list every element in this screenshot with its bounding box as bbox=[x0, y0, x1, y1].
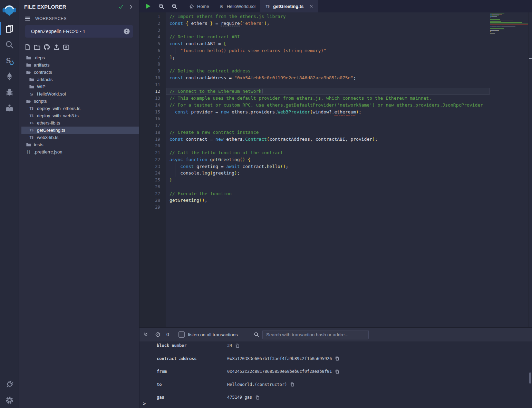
text-cursor bbox=[262, 89, 262, 93]
activity-deploy-and-run-icon[interactable] bbox=[0, 68, 19, 84]
code-line-11[interactable]: 11 bbox=[139, 81, 490, 88]
remix-logoremix-logo-icon[interactable] bbox=[0, 0, 19, 21]
minimap[interactable] bbox=[490, 12, 529, 328]
code-line-6[interactable]: 6 "function hello() public view returns … bbox=[139, 47, 490, 54]
line-number: 28 bbox=[139, 197, 166, 204]
tree-item-artifacts[interactable]: artifacts bbox=[21, 76, 139, 83]
activity-settings-icon[interactable] bbox=[0, 392, 19, 408]
code-content[interactable]: 1// Import ethers from the ethers.js lib… bbox=[139, 13, 490, 211]
code-line-2[interactable]: 2const { ethers } = require('ethers'); bbox=[139, 20, 490, 27]
code-line-20[interactable]: 20 bbox=[139, 142, 490, 149]
workspaces-menu-icon[interactable] bbox=[25, 16, 31, 22]
tree-item-contracts[interactable]: contracts bbox=[21, 69, 139, 76]
code-line-9[interactable]: 9// Define the contract address bbox=[139, 68, 490, 74]
copy-icon[interactable] bbox=[255, 395, 260, 400]
tree-item-web3-lib.ts[interactable]: TSweb3-lib.ts bbox=[21, 134, 139, 141]
code-line-16[interactable]: 16 bbox=[139, 115, 490, 122]
chevron-right-icon[interactable] bbox=[128, 4, 134, 9]
code-line-8[interactable]: 8 bbox=[139, 61, 490, 68]
tree-item-label: HelloWorld.sol bbox=[37, 91, 66, 97]
folder-open-icon bbox=[26, 70, 31, 75]
terminal-prompt[interactable]: > bbox=[143, 401, 146, 406]
code-line-4[interactable]: 4// Define the contract ABI bbox=[139, 33, 490, 40]
activity-solidity-compiler-icon[interactable]: S bbox=[0, 52, 19, 68]
code-line-24[interactable]: 24 console.log(greeting); bbox=[139, 170, 490, 177]
tab-getGreeting.ts[interactable]: TSgetGreeting.ts bbox=[260, 0, 318, 12]
accept-check-icon[interactable] bbox=[118, 4, 124, 9]
tree-item-tests[interactable]: tests bbox=[21, 141, 139, 148]
line-number: 11 bbox=[139, 81, 166, 88]
line-content: // Define the contract ABI bbox=[166, 33, 240, 40]
clear-console-icon[interactable] bbox=[155, 332, 161, 337]
tree-item-deploy_with_web3.ts[interactable]: TSdeploy_with_web3.ts bbox=[21, 112, 139, 119]
tree-item-.deps[interactable]: .deps bbox=[21, 54, 139, 61]
copy-icon[interactable] bbox=[335, 356, 339, 361]
code-editor[interactable]: 1// Import ethers from the ethers.js lib… bbox=[139, 12, 532, 328]
line-number: 23 bbox=[139, 163, 166, 170]
overview-ruler[interactable] bbox=[529, 12, 532, 328]
code-line-25[interactable]: 25} bbox=[139, 177, 490, 183]
code-line-18[interactable]: 18// Create a new contract instance bbox=[139, 129, 490, 136]
code-line-13[interactable]: 13// This example uses the default provi… bbox=[139, 95, 490, 102]
solidity-icon: S bbox=[29, 91, 34, 97]
terminal-search-input[interactable] bbox=[262, 330, 369, 339]
workspace-select[interactable]: OpenZeppelin ERC20 - 1 bbox=[25, 25, 133, 38]
terminal-expand-icon[interactable] bbox=[143, 332, 148, 337]
clone-github-icon[interactable] bbox=[43, 44, 50, 50]
tree-item-label: artifacts bbox=[37, 77, 53, 82]
activity-plugin-manager-icon[interactable] bbox=[0, 376, 19, 392]
code-line-12[interactable]: 12// Connect to the Ethereum network bbox=[139, 88, 490, 95]
activity-learneth-icon[interactable] bbox=[0, 100, 19, 116]
code-line-7[interactable]: 7]; bbox=[139, 54, 490, 61]
copy-icon[interactable] bbox=[235, 344, 240, 348]
run-script-button[interactable] bbox=[145, 3, 151, 9]
code-line-29[interactable]: 29 bbox=[139, 204, 490, 211]
tree-item-deploy_with_ethers.ts[interactable]: TSdeploy_with_ethers.ts bbox=[21, 105, 139, 112]
close-icon[interactable] bbox=[309, 4, 313, 9]
tree-item-ethers-lib.ts[interactable]: TSethers-lib.ts bbox=[21, 119, 139, 127]
tree-item-HelloWorld.sol[interactable]: SHelloWorld.sol bbox=[21, 90, 139, 98]
new-file-icon[interactable] bbox=[24, 44, 31, 50]
code-line-19[interactable]: 19const contract = new ethers.Contract(c… bbox=[139, 136, 490, 143]
upload-file-icon[interactable] bbox=[53, 44, 60, 50]
code-line-26[interactable]: 26 bbox=[139, 183, 490, 190]
code-line-3[interactable]: 3 bbox=[139, 27, 490, 34]
code-line-14[interactable]: 14// For a testnet or custom RPC, use et… bbox=[139, 102, 490, 109]
code-line-21[interactable]: 21// Call the hello function of the cont… bbox=[139, 149, 490, 156]
code-line-10[interactable]: 10const contractAddress = "0xb54febb5c0c… bbox=[139, 74, 490, 81]
tree-item-scripts[interactable]: scripts bbox=[21, 98, 139, 105]
activity-search-icon[interactable] bbox=[0, 37, 19, 52]
solidity-icon: S bbox=[219, 4, 224, 9]
line-number: 5 bbox=[139, 40, 166, 47]
ts-icon: TS bbox=[29, 113, 34, 119]
tab-HelloWorld.sol[interactable]: SHelloWorld.sol bbox=[214, 0, 261, 12]
tree-item-artifacts[interactable]: artifacts bbox=[21, 61, 139, 69]
listen-checkbox[interactable] bbox=[178, 331, 185, 338]
tree-item-getGreeting.ts[interactable]: TSgetGreeting.ts bbox=[21, 127, 139, 134]
code-line-23[interactable]: 23 const greeting = await contract.hello… bbox=[139, 163, 490, 170]
copy-icon[interactable] bbox=[335, 369, 339, 374]
code-line-17[interactable]: 17 bbox=[139, 122, 490, 129]
code-line-27[interactable]: 27// Execute the function bbox=[139, 190, 490, 197]
line-content: "function hello() public view returns (s… bbox=[166, 47, 326, 54]
code-line-1[interactable]: 1// Import ethers from the ethers.js lib… bbox=[139, 13, 490, 20]
line-content: ]; bbox=[166, 54, 175, 61]
tree-item-label: scripts bbox=[34, 99, 47, 104]
tree-item-WIP[interactable]: WIP bbox=[21, 83, 139, 90]
new-folder-icon[interactable] bbox=[34, 44, 40, 50]
code-line-22[interactable]: 22async function getGreeting() { bbox=[139, 156, 490, 163]
copy-icon[interactable] bbox=[290, 382, 294, 387]
tree-item-.prettierrc.json[interactable]: {}.prettierrc.json bbox=[21, 148, 139, 156]
upload-folder-icon[interactable] bbox=[63, 44, 69, 50]
activity-file-explorer-icon[interactable] bbox=[0, 21, 19, 37]
terminal-scrollbar[interactable] bbox=[529, 372, 531, 384]
activity-debugger-icon[interactable] bbox=[0, 84, 19, 100]
tab-Home[interactable]: Home bbox=[184, 0, 214, 12]
zoom-in-icon[interactable] bbox=[172, 3, 177, 9]
code-line-15[interactable]: 15 const provider = new ethers.providers… bbox=[139, 109, 490, 116]
code-line-5[interactable]: 5const contractABI = [ bbox=[139, 40, 490, 47]
zoom-out-icon[interactable] bbox=[158, 3, 164, 9]
svg-text:S: S bbox=[220, 4, 223, 9]
code-line-28[interactable]: 28getGreeting(); bbox=[139, 197, 490, 204]
folder-icon bbox=[29, 77, 34, 82]
